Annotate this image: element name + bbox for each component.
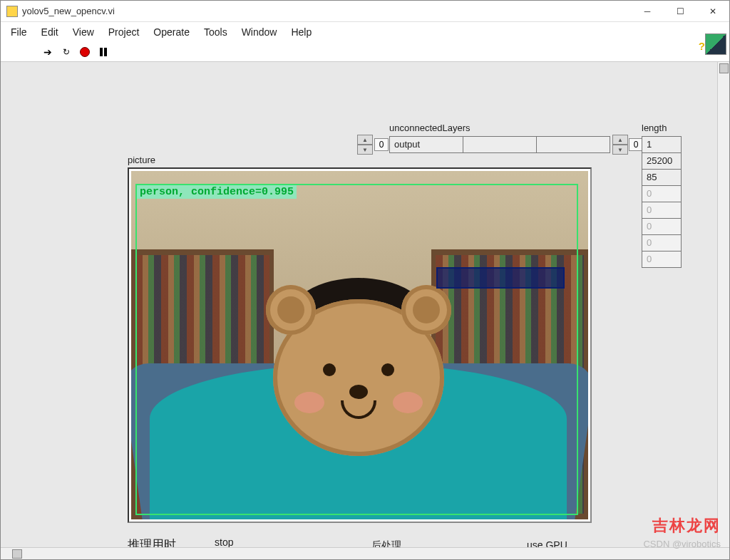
length-cell-2[interactable]: 85 [642,169,682,186]
window-controls: ─ ☐ ✕ [631,1,729,22]
layer-cell-0[interactable]: output [390,137,463,152]
abort-button[interactable] [78,45,92,59]
maximize-button[interactable]: ☐ [664,1,696,22]
unconnected-layers-label: unconnectedLayers [389,123,470,133]
spinner-up-icon[interactable]: ▲ [612,135,628,145]
picture-indicator: person, confidence=0.995 [128,167,592,523]
layer-cell-1[interactable] [463,137,537,152]
layers-index-value[interactable]: 0 [374,138,389,151]
length-cell-1[interactable]: 25200 [642,152,682,170]
labview-icon[interactable] [705,33,726,55]
length-cell-4[interactable]: 0 [642,202,682,219]
menu-tools[interactable]: Tools [197,24,235,41]
app-window: yolov5_new_opencv.vi ─ ☐ ✕ File Edit Vie… [0,0,730,560]
menu-window[interactable]: Window [235,24,284,41]
picture-label: picture [128,155,155,165]
run-button[interactable]: ➔ [41,45,55,59]
watermark-text: 吉林龙网 [652,515,721,536]
length-cell-6[interactable]: 0 [642,234,682,252]
length-cell-3[interactable]: 0 [642,185,682,202]
run-arrow-icon: ➔ [43,46,52,58]
title-bar: yolov5_new_opencv.vi ─ ☐ ✕ [1,1,729,22]
app-icon [6,6,18,17]
detection-label: person, confidence=0.995 [137,185,297,199]
run-continuous-button[interactable]: ↻ [59,45,73,59]
run-continuous-icon: ↻ [63,47,70,57]
length-cell-0[interactable]: 1 [642,136,682,153]
close-button[interactable]: ✕ [696,1,729,22]
length-cell-5[interactable]: 0 [642,218,682,235]
camera-frame: person, confidence=0.995 [131,171,588,519]
context-help-icon[interactable]: ? [699,40,705,52]
layer-cell-2[interactable] [537,137,610,152]
pause-button[interactable] [96,45,110,59]
layers-index-spinner[interactable]: ▲ ▼ [357,135,373,155]
spinner-down-icon[interactable]: ▼ [612,145,628,155]
scroll-left-icon[interactable] [12,549,22,559]
length-label: length [642,123,667,133]
menu-bar: File Edit View Project Operate Tools Win… [1,22,729,42]
menu-operate[interactable]: Operate [146,24,197,41]
window-title: yolov5_new_opencv.vi [22,6,631,16]
length-array: 1 25200 85 0 0 0 0 0 [642,136,682,267]
front-panel: unconnectedLayers ▲ ▼ 0 output ▲ ▼ 0 len… [1,62,729,559]
secondary-detection-box [436,267,565,289]
menu-file[interactable]: File [4,24,34,41]
detection-bounding-box: person, confidence=0.995 [135,184,578,515]
menu-help[interactable]: Help [284,24,319,41]
minimize-button[interactable]: ─ [631,1,664,22]
length-index-value[interactable]: 0 [629,138,643,151]
menu-project[interactable]: Project [101,24,147,41]
menu-view[interactable]: View [66,24,101,41]
horizontal-scrollbar[interactable] [1,547,729,559]
length-index-spinner[interactable]: ▲ ▼ [612,135,628,155]
watermark-credit: CSDN @virobotics [643,539,721,549]
run-toolbar: ➔ ↻ [1,42,729,62]
unconnected-layers-array: output [389,136,610,153]
menu-edit[interactable]: Edit [34,24,66,41]
abort-icon [80,47,90,57]
spinner-up-icon[interactable]: ▲ [357,135,373,145]
spinner-down-icon[interactable]: ▼ [357,145,373,155]
length-cell-7[interactable]: 0 [642,251,682,268]
pause-icon [100,48,107,56]
stop-label: stop [215,536,233,548]
vertical-scrollbar[interactable] [717,62,729,547]
scroll-up-icon[interactable] [719,63,729,73]
